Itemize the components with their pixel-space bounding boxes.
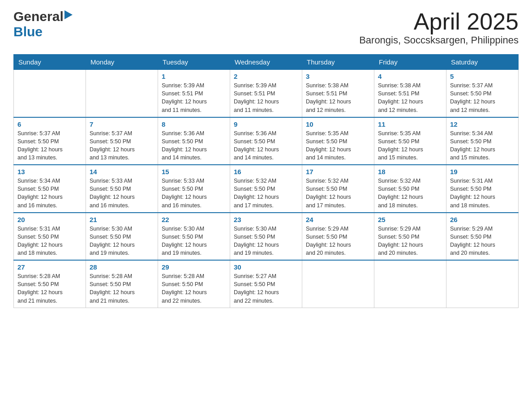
- calendar-day-cell: 26Sunrise: 5:29 AM Sunset: 5:50 PM Dayli…: [446, 213, 519, 261]
- logo: General Blue: [13, 9, 73, 39]
- day-number: 26: [450, 216, 515, 223]
- day-detail: Sunrise: 5:28 AM Sunset: 5:50 PM Dayligh…: [162, 272, 226, 305]
- logo-arrow-icon: [64, 10, 73, 21]
- day-number: 2: [234, 73, 298, 80]
- day-detail: Sunrise: 5:33 AM Sunset: 5:50 PM Dayligh…: [90, 177, 154, 210]
- day-detail: Sunrise: 5:29 AM Sunset: 5:50 PM Dayligh…: [378, 225, 442, 257]
- day-detail: Sunrise: 5:37 AM Sunset: 5:50 PM Dayligh…: [90, 129, 154, 162]
- day-number: 29: [162, 263, 226, 271]
- day-number: 22: [162, 216, 226, 223]
- calendar-day-cell: 9Sunrise: 5:36 AM Sunset: 5:50 PM Daylig…: [230, 117, 302, 165]
- calendar-day-cell: 11Sunrise: 5:35 AM Sunset: 5:50 PM Dayli…: [374, 117, 446, 165]
- calendar-day-cell: 16Sunrise: 5:32 AM Sunset: 5:50 PM Dayli…: [230, 165, 302, 213]
- day-detail: Sunrise: 5:28 AM Sunset: 5:50 PM Dayligh…: [90, 272, 154, 305]
- day-detail: Sunrise: 5:39 AM Sunset: 5:51 PM Dayligh…: [234, 81, 298, 114]
- calendar-day-cell: 15Sunrise: 5:33 AM Sunset: 5:50 PM Dayli…: [158, 165, 230, 213]
- day-detail: Sunrise: 5:31 AM Sunset: 5:50 PM Dayligh…: [17, 225, 82, 257]
- calendar-day-cell: 5Sunrise: 5:37 AM Sunset: 5:50 PM Daylig…: [446, 70, 519, 117]
- calendar-day-cell: [374, 260, 446, 308]
- calendar-day-cell: 10Sunrise: 5:35 AM Sunset: 5:50 PM Dayli…: [302, 117, 374, 165]
- day-detail: Sunrise: 5:27 AM Sunset: 5:50 PM Dayligh…: [234, 272, 298, 305]
- title-block: April 2025 Barongis, Soccsksargen, Phili…: [359, 9, 519, 46]
- day-number: 13: [17, 168, 82, 176]
- day-detail: Sunrise: 5:30 AM Sunset: 5:50 PM Dayligh…: [234, 225, 298, 257]
- day-detail: Sunrise: 5:34 AM Sunset: 5:50 PM Dayligh…: [17, 177, 82, 210]
- day-number: 7: [90, 120, 154, 128]
- day-number: 8: [162, 120, 226, 128]
- day-detail: Sunrise: 5:29 AM Sunset: 5:50 PM Dayligh…: [306, 225, 370, 257]
- calendar-day-cell: 4Sunrise: 5:38 AM Sunset: 5:51 PM Daylig…: [374, 70, 446, 117]
- calendar-day-cell: 28Sunrise: 5:28 AM Sunset: 5:50 PM Dayli…: [86, 260, 158, 308]
- day-detail: Sunrise: 5:30 AM Sunset: 5:50 PM Dayligh…: [162, 225, 226, 257]
- day-detail: Sunrise: 5:34 AM Sunset: 5:50 PM Dayligh…: [450, 129, 515, 162]
- svg-marker-0: [64, 10, 73, 19]
- day-number: 6: [17, 120, 82, 128]
- calendar-day-cell: 6Sunrise: 5:37 AM Sunset: 5:50 PM Daylig…: [14, 117, 86, 165]
- day-detail: Sunrise: 5:37 AM Sunset: 5:50 PM Dayligh…: [17, 129, 82, 162]
- calendar-week-row: 1Sunrise: 5:39 AM Sunset: 5:51 PM Daylig…: [14, 70, 519, 117]
- day-number: 28: [90, 263, 154, 271]
- calendar-week-row: 20Sunrise: 5:31 AM Sunset: 5:50 PM Dayli…: [14, 213, 519, 261]
- calendar-day-cell: 7Sunrise: 5:37 AM Sunset: 5:50 PM Daylig…: [86, 117, 158, 165]
- day-detail: Sunrise: 5:37 AM Sunset: 5:50 PM Dayligh…: [450, 81, 515, 114]
- day-number: 30: [234, 263, 298, 271]
- day-detail: Sunrise: 5:32 AM Sunset: 5:50 PM Dayligh…: [234, 177, 298, 210]
- day-detail: Sunrise: 5:31 AM Sunset: 5:50 PM Dayligh…: [450, 177, 515, 210]
- calendar-week-row: 13Sunrise: 5:34 AM Sunset: 5:50 PM Dayli…: [14, 165, 519, 213]
- calendar-day-cell: 3Sunrise: 5:38 AM Sunset: 5:51 PM Daylig…: [302, 70, 374, 117]
- page-subtitle: Barongis, Soccsksargen, Philippines: [359, 34, 519, 46]
- day-number: 21: [90, 216, 154, 223]
- calendar-day-header: Sunday: [14, 55, 86, 70]
- day-detail: Sunrise: 5:30 AM Sunset: 5:50 PM Dayligh…: [90, 225, 154, 257]
- calendar-day-cell: 30Sunrise: 5:27 AM Sunset: 5:50 PM Dayli…: [230, 260, 302, 308]
- day-number: 9: [234, 120, 298, 128]
- logo-general: General: [13, 9, 64, 24]
- day-detail: Sunrise: 5:38 AM Sunset: 5:51 PM Dayligh…: [378, 81, 442, 114]
- calendar-week-row: 6Sunrise: 5:37 AM Sunset: 5:50 PM Daylig…: [14, 117, 519, 165]
- day-number: 27: [17, 263, 82, 271]
- day-number: 23: [234, 216, 298, 223]
- day-detail: Sunrise: 5:29 AM Sunset: 5:50 PM Dayligh…: [450, 225, 515, 257]
- calendar-day-cell: 2Sunrise: 5:39 AM Sunset: 5:51 PM Daylig…: [230, 70, 302, 117]
- calendar-day-cell: 24Sunrise: 5:29 AM Sunset: 5:50 PM Dayli…: [302, 213, 374, 261]
- calendar-day-header: Monday: [86, 55, 158, 70]
- day-number: 17: [306, 168, 370, 176]
- day-number: 11: [378, 120, 442, 128]
- calendar-week-row: 27Sunrise: 5:28 AM Sunset: 5:50 PM Dayli…: [14, 260, 519, 308]
- page-title: April 2025: [359, 9, 519, 34]
- calendar-day-header: Wednesday: [230, 55, 302, 70]
- calendar-day-header: Thursday: [302, 55, 374, 70]
- calendar-day-cell: 23Sunrise: 5:30 AM Sunset: 5:50 PM Dayli…: [230, 213, 302, 261]
- day-number: 12: [450, 120, 515, 128]
- day-number: 25: [378, 216, 442, 223]
- calendar-day-cell: 19Sunrise: 5:31 AM Sunset: 5:50 PM Dayli…: [446, 165, 519, 213]
- day-detail: Sunrise: 5:38 AM Sunset: 5:51 PM Dayligh…: [306, 81, 370, 114]
- calendar-day-cell: 17Sunrise: 5:32 AM Sunset: 5:50 PM Dayli…: [302, 165, 374, 213]
- calendar-day-cell: 1Sunrise: 5:39 AM Sunset: 5:51 PM Daylig…: [158, 70, 230, 117]
- calendar-day-header: Tuesday: [158, 55, 230, 70]
- day-number: 3: [306, 73, 370, 80]
- day-number: 4: [378, 73, 442, 80]
- calendar-day-cell: 21Sunrise: 5:30 AM Sunset: 5:50 PM Dayli…: [86, 213, 158, 261]
- day-detail: Sunrise: 5:28 AM Sunset: 5:50 PM Dayligh…: [17, 272, 82, 305]
- calendar-day-cell: [14, 70, 86, 117]
- logo-blue: Blue: [13, 24, 43, 39]
- calendar-day-cell: 12Sunrise: 5:34 AM Sunset: 5:50 PM Dayli…: [446, 117, 519, 165]
- calendar-table: SundayMondayTuesdayWednesdayThursdayFrid…: [13, 54, 519, 308]
- day-number: 24: [306, 216, 370, 223]
- day-detail: Sunrise: 5:35 AM Sunset: 5:50 PM Dayligh…: [306, 129, 370, 162]
- day-number: 14: [90, 168, 154, 176]
- calendar-day-cell: [302, 260, 374, 308]
- calendar-day-cell: 29Sunrise: 5:28 AM Sunset: 5:50 PM Dayli…: [158, 260, 230, 308]
- calendar-day-cell: 8Sunrise: 5:36 AM Sunset: 5:50 PM Daylig…: [158, 117, 230, 165]
- calendar-day-cell: 13Sunrise: 5:34 AM Sunset: 5:50 PM Dayli…: [14, 165, 86, 213]
- day-number: 10: [306, 120, 370, 128]
- calendar-day-cell: 18Sunrise: 5:32 AM Sunset: 5:50 PM Dayli…: [374, 165, 446, 213]
- day-detail: Sunrise: 5:32 AM Sunset: 5:50 PM Dayligh…: [306, 177, 370, 210]
- page-header: General Blue April 2025 Barongis, Soccsk…: [13, 9, 519, 46]
- day-number: 5: [450, 73, 515, 80]
- day-number: 15: [162, 168, 226, 176]
- calendar-day-cell: 25Sunrise: 5:29 AM Sunset: 5:50 PM Dayli…: [374, 213, 446, 261]
- day-detail: Sunrise: 5:35 AM Sunset: 5:50 PM Dayligh…: [378, 129, 442, 162]
- calendar-day-cell: 14Sunrise: 5:33 AM Sunset: 5:50 PM Dayli…: [86, 165, 158, 213]
